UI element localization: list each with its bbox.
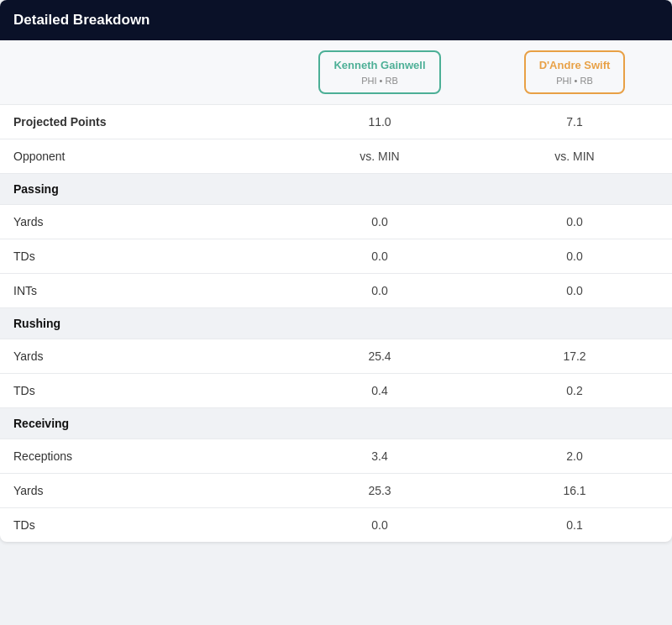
row-value-player1: 0.0	[282, 273, 477, 307]
breakdown-table: Kenneth Gainwell PHI • RB D'Andre Swift	[0, 40, 672, 542]
section-header-receiving: Receiving	[0, 407, 672, 439]
table-row: TDs0.00.1	[0, 507, 672, 542]
row-label: Yards	[0, 204, 282, 239]
row-value-player1: 0.4	[282, 373, 477, 407]
row-label: TDs	[0, 507, 282, 542]
section-label: Rushing	[0, 307, 672, 339]
page-title: Detailed Breakdown	[13, 12, 150, 28]
row-value-player2: vs. MIN	[477, 139, 672, 173]
section-label: Passing	[0, 173, 672, 204]
row-value-player2: 16.1	[477, 473, 672, 507]
player1-column-header: Kenneth Gainwell PHI • RB	[282, 40, 477, 104]
player1-name: Kenneth Gainwell	[333, 59, 425, 73]
player2-name: D'Andre Swift	[539, 59, 611, 73]
table-row: Opponentvs. MINvs. MIN	[0, 139, 672, 173]
player1-cell: Kenneth Gainwell PHI • RB	[289, 50, 470, 94]
section-header-passing: Passing	[0, 173, 672, 204]
row-label: TDs	[0, 239, 282, 273]
table-container: Kenneth Gainwell PHI • RB D'Andre Swift	[0, 40, 672, 542]
row-label: Yards	[0, 339, 282, 373]
row-value-player2: 0.0	[477, 204, 672, 239]
row-value-player1: 0.0	[282, 239, 477, 273]
player2-cell: D'Andre Swift PHI • RB	[484, 50, 665, 94]
table-row: Yards25.316.1	[0, 473, 672, 507]
card: Detailed Breakdown Kenneth Gainwell PHI …	[0, 0, 672, 542]
player2-badge: D'Andre Swift PHI • RB	[524, 50, 626, 94]
card-header: Detailed Breakdown	[0, 0, 672, 40]
row-value-player1: 25.4	[282, 339, 477, 373]
row-value-player1: vs. MIN	[282, 139, 477, 173]
table-row: TDs0.40.2	[0, 373, 672, 407]
row-value-player1: 11.0	[282, 104, 477, 139]
player1-meta: PHI • RB	[333, 76, 425, 86]
row-label: Opponent	[0, 139, 282, 173]
label-column-header	[0, 40, 282, 104]
row-label: INTs	[0, 273, 282, 307]
row-value-player2: 0.2	[477, 373, 672, 407]
player-header-row: Kenneth Gainwell PHI • RB D'Andre Swift	[0, 40, 672, 104]
player2-meta: PHI • RB	[539, 76, 611, 86]
row-label: Receptions	[0, 439, 282, 473]
row-label: Projected Points	[0, 104, 282, 139]
table-row: Projected Points11.07.1	[0, 104, 672, 139]
row-value-player2: 2.0	[477, 439, 672, 473]
row-label: Yards	[0, 473, 282, 507]
table-row: Yards25.417.2	[0, 339, 672, 373]
row-value-player2: 7.1	[477, 104, 672, 139]
row-value-player1: 0.0	[282, 204, 477, 239]
row-value-player2: 17.2	[477, 339, 672, 373]
player1-badge: Kenneth Gainwell PHI • RB	[318, 50, 440, 94]
section-label: Receiving	[0, 407, 672, 439]
section-header-rushing: Rushing	[0, 307, 672, 339]
row-label: TDs	[0, 373, 282, 407]
row-value-player2: 0.0	[477, 239, 672, 273]
row-value-player1: 0.0	[282, 507, 477, 542]
row-value-player1: 3.4	[282, 439, 477, 473]
row-value-player2: 0.0	[477, 273, 672, 307]
table-body: Projected Points11.07.1Opponentvs. MINvs…	[0, 104, 672, 542]
row-value-player1: 25.3	[282, 473, 477, 507]
table-row: TDs0.00.0	[0, 239, 672, 273]
row-value-player2: 0.1	[477, 507, 672, 542]
table-row: Yards0.00.0	[0, 204, 672, 239]
table-row: Receptions3.42.0	[0, 439, 672, 473]
player2-column-header: D'Andre Swift PHI • RB	[477, 40, 672, 104]
table-row: INTs0.00.0	[0, 273, 672, 307]
